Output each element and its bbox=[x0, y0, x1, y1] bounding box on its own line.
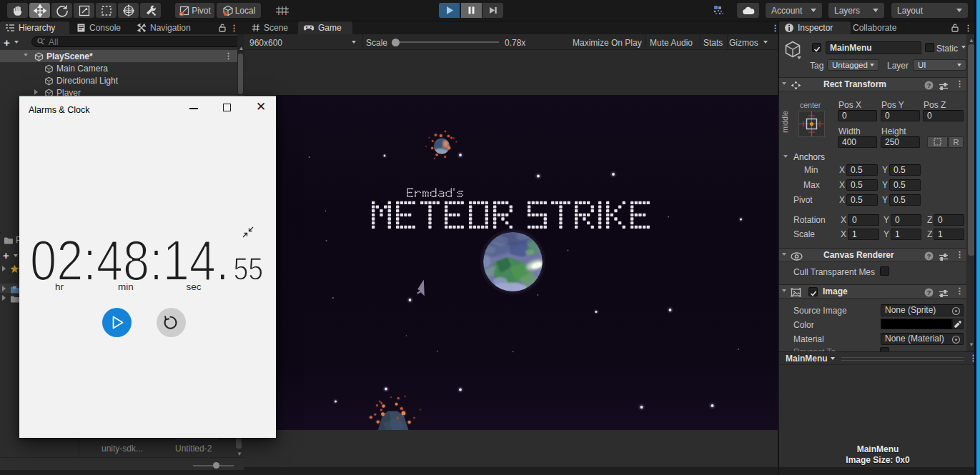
svg-text:?: ? bbox=[927, 252, 931, 259]
svg-text:?: ? bbox=[927, 81, 931, 89]
svg-text:?: ? bbox=[927, 289, 931, 296]
